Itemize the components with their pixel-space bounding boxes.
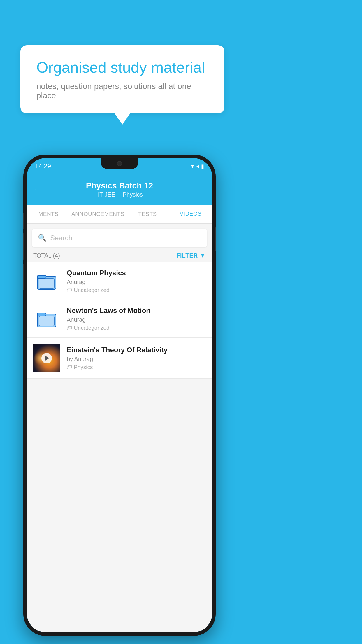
tag-label-quantum: Uncategorized	[74, 287, 110, 293]
play-button[interactable]	[41, 353, 52, 363]
tab-ments[interactable]: MENTS	[27, 205, 70, 223]
tag-icon-einstein: 🏷	[67, 364, 72, 370]
total-count: TOTAL (4)	[33, 252, 60, 259]
svg-rect-5	[39, 316, 54, 326]
video-thumbnail-einstein	[33, 344, 60, 372]
battery-icon: ▮	[201, 163, 204, 169]
play-triangle-icon	[45, 356, 49, 361]
phone-screen: 14:29 ▾ ◂ ▮ ← Physics Batch 12 IIT JEE P…	[27, 158, 212, 632]
tab-bar: MENTS ANNOUNCEMENTS TESTS VIDEOS	[27, 205, 212, 224]
back-button[interactable]: ←	[33, 185, 42, 195]
video-info-quantum: Quantum Physics Anurag 🏷 Uncategorized	[67, 269, 206, 293]
search-placeholder: Search	[50, 234, 72, 242]
video-author-quantum: Anurag	[67, 279, 206, 286]
video-author-einstein: by Anurag	[67, 356, 206, 363]
status-time: 14:29	[35, 162, 51, 170]
filter-bar: TOTAL (4) FILTER ▼	[27, 247, 212, 262]
bubble-title: Organised study material	[36, 58, 208, 76]
header-subtitle: IIT JEE Physics	[95, 191, 144, 198]
tab-tests[interactable]: TESTS	[126, 205, 169, 223]
volume-down-button	[23, 264, 24, 290]
video-list: Quantum Physics Anurag 🏷 Uncategorized	[27, 262, 212, 379]
filter-label: FILTER	[176, 252, 198, 259]
tag-icon: 🏷	[67, 287, 72, 293]
content-area: 🔍 Search TOTAL (4) FILTER ▼	[27, 224, 212, 632]
header-subtitle-iit: IIT JEE	[96, 191, 115, 198]
tag-label-einstein: Physics	[74, 364, 93, 370]
video-tag-quantum: 🏷 Uncategorized	[67, 287, 206, 293]
folder-icon-quantum	[33, 271, 60, 292]
video-info-einstein: Einstein's Theory Of Relativity by Anura…	[67, 346, 206, 370]
signal-icon: ◂	[196, 163, 199, 169]
header-subtitle-physics: Physics	[123, 191, 143, 198]
app-header: ← Physics Batch 12 IIT JEE Physics	[27, 174, 212, 205]
phone-notch	[101, 158, 138, 169]
power-button	[215, 228, 216, 251]
video-author-newton: Anurag	[67, 316, 206, 323]
tag-icon-newton: 🏷	[67, 325, 72, 331]
speech-bubble: Organised study material notes, question…	[20, 45, 224, 113]
phone-frame: 14:29 ▾ ◂ ▮ ← Physics Batch 12 IIT JEE P…	[23, 155, 216, 636]
tab-announcements[interactable]: ANNOUNCEMENTS	[70, 205, 126, 223]
video-item-einstein[interactable]: Einstein's Theory Of Relativity by Anura…	[27, 338, 212, 379]
svg-rect-4	[37, 313, 46, 316]
video-title-quantum: Quantum Physics	[67, 269, 206, 277]
search-bar[interactable]: 🔍 Search	[32, 229, 207, 247]
header-title: Physics Batch 12	[86, 181, 153, 190]
volume-silent-button	[23, 213, 24, 229]
video-item-quantum[interactable]: Quantum Physics Anurag 🏷 Uncategorized	[27, 262, 212, 300]
thumbnail-image	[33, 344, 60, 372]
video-tag-einstein: 🏷 Physics	[67, 364, 206, 370]
svg-rect-1	[37, 275, 46, 278]
filter-button[interactable]: FILTER ▼	[176, 252, 206, 259]
video-tag-newton: 🏷 Uncategorized	[67, 325, 206, 331]
tag-label-newton: Uncategorized	[74, 325, 110, 331]
video-info-newton: Newton's Laws of Motion Anurag 🏷 Uncateg…	[67, 307, 206, 331]
tab-videos[interactable]: VIDEOS	[169, 205, 212, 223]
video-item-newton[interactable]: Newton's Laws of Motion Anurag 🏷 Uncateg…	[27, 300, 212, 338]
bubble-subtitle: notes, question papers, solutions all at…	[36, 82, 208, 100]
svg-rect-2	[39, 279, 54, 288]
folder-icon-newton	[33, 308, 60, 329]
search-icon: 🔍	[38, 234, 47, 242]
front-camera	[117, 161, 122, 166]
video-title-newton: Newton's Laws of Motion	[67, 307, 206, 315]
volume-up-button	[23, 233, 24, 260]
wifi-icon: ▾	[191, 163, 194, 169]
status-icons: ▾ ◂ ▮	[191, 163, 204, 169]
filter-icon: ▼	[200, 252, 206, 259]
video-title-einstein: Einstein's Theory Of Relativity	[67, 346, 206, 354]
